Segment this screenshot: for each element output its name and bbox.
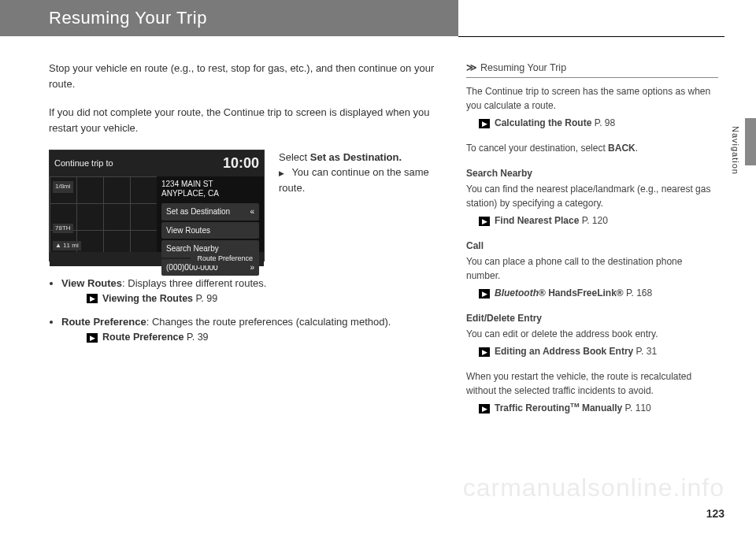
screenshot-bottom: Route Preference [50,252,264,266]
bullet-route-preference: Route Preference: Changes the route pref… [61,314,443,346]
xref-icon [87,332,102,343]
section-search-nearby-body: You can find the nearest place/landmark … [466,182,718,210]
xref-route-preference: Route Preference P. 39 [87,330,443,345]
screenshot-address: 1234 MAIN ST ANYPLACE, CA [161,180,259,198]
figure-row: Continue trip to 10:00 1/8mi 78TH ▲ 11 m… [49,150,443,261]
xref-icon [479,117,495,128]
xref-icon [479,402,495,413]
section-call-title: Call [466,239,718,253]
xref-traffic-rerouting: Traffic ReroutingTM Manually P. 110 [479,401,718,415]
route-preference-button: Route Preference [191,253,259,265]
instruction-block: Select Set as Destination. You can conti… [279,150,443,196]
section-edit-delete-body: You can edit or delete the address book … [466,327,718,341]
section-search-nearby-title: Search Nearby [466,166,718,180]
intro-paragraph-1: Stop your vehicle en route (e.g., to res… [49,61,443,92]
side-para-1: The Continue trip to screen has the same… [466,84,718,113]
xref-bluetooth: Bluetooth® HandsFreeLink® P. 168 [479,286,718,300]
map-scale: 1/8mi [53,181,73,192]
addr-line1: 1234 MAIN ST [161,180,213,188]
menu-view-routes: View Routes [161,222,259,239]
bullet-view-routes: View Routes: Displays three different ro… [61,276,443,307]
page-number: 123 [706,507,724,520]
page-title: Resuming Your Trip [49,8,207,28]
addr-line2: ANYPLACE, CA [161,189,219,198]
side-para-restart: When you restart the vehicle, the route … [466,369,718,398]
xref-find-nearest: Find Nearest Place P. 120 [479,213,718,228]
screenshot-body: 1/8mi 78TH ▲ 11 mi 1234 MAIN ST ANYPLACE… [50,176,264,252]
content-area: Stop your vehicle en route (e.g., to res… [0,37,756,426]
screenshot-menu: 1234 MAIN ST ANYPLACE, CA Set as Destina… [157,176,264,252]
intro-paragraph-2: If you did not complete your route, the … [49,105,443,136]
screenshot-topbar: Continue trip to 10:00 [50,150,264,177]
instruction-line1: Select Set as Destination. [279,150,443,165]
book-icon [466,62,480,73]
sidebar-column: Resuming Your Trip The Continue trip to … [466,61,718,426]
menu-set-destination: Set as Destination« [161,203,259,221]
xref-icon [479,215,495,226]
screenshot-map: 1/8mi 78TH ▲ 11 mi [50,176,157,252]
section-call-body: You can place a phone call to the destin… [466,254,718,283]
xref-icon [479,346,495,357]
xref-icon [479,287,495,299]
main-column: Stop your vehicle en route (e.g., to res… [49,61,443,426]
side-para-cancel: To cancel your destination, select BACK. [466,141,718,155]
sidebar-heading: Resuming Your Trip [466,61,718,78]
section-edit-delete-title: Edit/Delete Entry [466,311,718,325]
xref-icon [87,293,102,304]
watermark: carmanualsonline.info [463,473,724,502]
map-compass: ▲ 11 mi [53,241,81,250]
page-title-bar: Resuming Your Trip [0,0,458,36]
instruction-line2: You can continue on the same route. [279,165,443,195]
section-label: Navigation [731,126,740,175]
nav-screenshot: Continue trip to 10:00 1/8mi 78TH ▲ 11 m… [49,150,265,261]
screenshot-clock: 10:00 [223,153,259,175]
xref-viewing-routes: Viewing the Routes P. 99 [87,291,443,306]
map-street-label: 78TH [53,224,73,233]
xref-editing-entry: Editing an Address Book Entry P. 31 [479,344,718,358]
chevron-up-icon: « [250,206,254,218]
edge-tab [745,118,756,165]
bullet-list: View Routes: Displays three different ro… [49,276,443,346]
screenshot-top-label: Continue trip to [54,157,113,170]
xref-calculating-route: Calculating the Route P. 98 [479,116,718,130]
